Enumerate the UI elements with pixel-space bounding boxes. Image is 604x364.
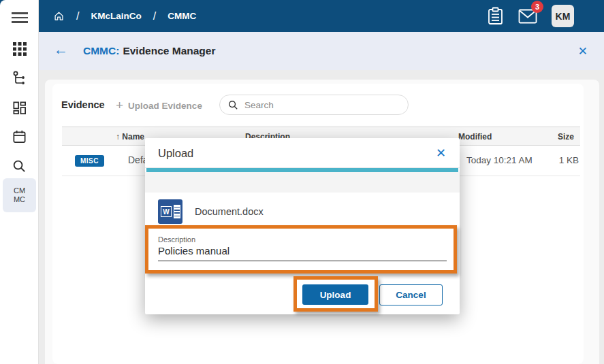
evidence-section-label: Evidence	[61, 99, 105, 110]
page-title-prefix: CMMC:	[83, 45, 119, 56]
back-arrow-icon[interactable]: ←	[54, 42, 68, 58]
close-icon[interactable]: ✕	[578, 44, 588, 59]
search-input[interactable]	[244, 100, 400, 110]
plus-icon: +	[116, 98, 123, 113]
upload-button[interactable]: Upload	[302, 284, 368, 305]
upload-dialog: Upload ✕ W Document.docx Description Upl…	[145, 138, 460, 314]
word-document-icon: W	[158, 199, 182, 224]
column-header-modified[interactable]: Modified	[458, 132, 492, 142]
breadcrumb-org[interactable]: KMcLainCo	[91, 11, 141, 21]
mail-icon[interactable]: 3	[518, 9, 537, 24]
breadcrumb-app[interactable]: CMMC	[168, 11, 196, 21]
top-bar: / KMcLainCo / CMMC 3 KM	[0, 0, 604, 32]
page-title-text: Evidence Manager	[123, 45, 215, 56]
search-icon	[227, 99, 239, 111]
breadcrumb: / KMcLainCo / CMMC	[53, 0, 196, 32]
column-header-name[interactable]: ↑ Name	[116, 132, 144, 142]
word-page-glyph	[174, 205, 180, 218]
column-header-size[interactable]: Size	[558, 132, 574, 142]
cmmc-label-line2: MC	[14, 195, 25, 204]
dialog-close-icon[interactable]: ✕	[436, 146, 446, 161]
avatar[interactable]: KM	[552, 5, 574, 27]
page-title: CMMC:Evidence Manager	[83, 45, 215, 57]
cancel-button[interactable]: Cancel	[379, 284, 443, 305]
description-input[interactable]	[158, 244, 447, 261]
row-modified: Today 10:21 AM	[466, 155, 533, 165]
module-header: ← CMMC:Evidence Manager ✕	[39, 32, 604, 70]
apps-grid-icon[interactable]	[11, 41, 29, 57]
dashboard-icon[interactable]	[11, 99, 29, 116]
file-name: Document.docx	[195, 206, 264, 217]
breadcrumb-separator: /	[153, 10, 156, 22]
sidebar: CM MC	[0, 0, 39, 364]
file-type-badge: MISC	[75, 155, 104, 167]
dialog-subheader-strip	[145, 172, 460, 193]
sort-ascending-icon: ↑	[116, 132, 120, 142]
cmmc-label-line1: CM	[14, 186, 25, 195]
dialog-title: Upload	[158, 147, 193, 160]
description-label: Description	[158, 235, 195, 244]
topbar-actions: 3 KM	[487, 0, 574, 32]
row-size: 1 KB	[559, 155, 579, 165]
clipboard-icon[interactable]	[487, 7, 504, 26]
upload-evidence-button[interactable]: + Upload Evidence	[116, 98, 202, 113]
calendar-icon[interactable]	[11, 129, 29, 145]
word-letter: W	[161, 206, 172, 217]
upload-evidence-label: Upload Evidence	[128, 101, 202, 111]
file-row: W Document.docx	[158, 199, 264, 224]
hamburger-menu-icon[interactable]	[0, 8, 39, 27]
sidebar-item-cmmc[interactable]: CM MC	[3, 178, 36, 212]
search-nav-icon[interactable]	[11, 158, 29, 174]
search-box	[219, 95, 409, 115]
workflow-tree-icon[interactable]	[11, 70, 29, 86]
home-icon[interactable]	[53, 10, 65, 22]
breadcrumb-separator: /	[76, 10, 79, 22]
mail-badge: 3	[531, 1, 543, 13]
